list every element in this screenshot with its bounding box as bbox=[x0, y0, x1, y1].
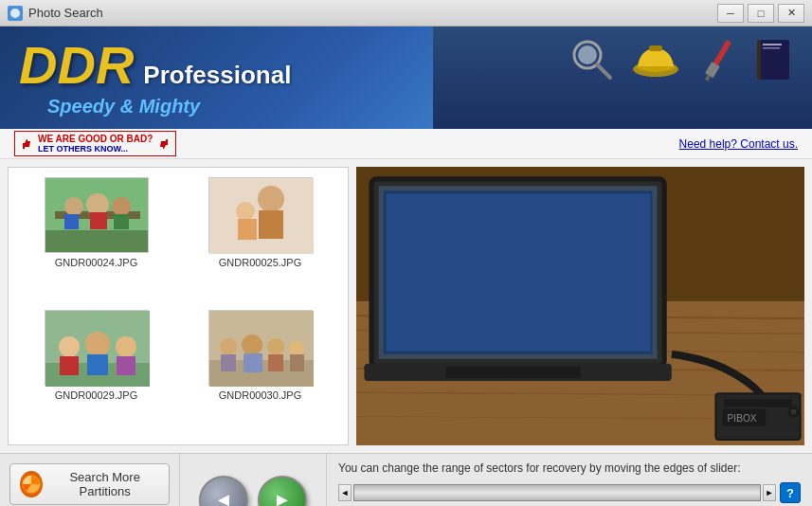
svg-line-3 bbox=[597, 64, 610, 78]
preview-panel: PIBOX bbox=[356, 167, 804, 445]
professional-text: Professional bbox=[143, 61, 291, 90]
svg-point-40 bbox=[289, 341, 304, 356]
window-title: Photo Search bbox=[28, 6, 103, 20]
svg-rect-19 bbox=[64, 214, 79, 229]
svg-rect-43 bbox=[268, 354, 283, 371]
svg-rect-21 bbox=[114, 214, 129, 229]
svg-point-31 bbox=[116, 336, 136, 357]
svg-point-37 bbox=[220, 338, 237, 355]
slider-right-arrow[interactable]: ► bbox=[763, 484, 776, 501]
gallery-panel: GNDR00024.JPG GNDR00025.JPG bbox=[8, 167, 349, 445]
maximize-button[interactable]: □ bbox=[748, 4, 774, 23]
svg-point-23 bbox=[258, 186, 284, 212]
thumbnail-image bbox=[208, 177, 313, 253]
svg-rect-33 bbox=[87, 354, 108, 375]
nav-buttons: ◄ ► bbox=[180, 454, 327, 506]
thumbnail-image bbox=[208, 310, 313, 386]
search-partitions-label: Search More Partitions bbox=[50, 470, 159, 498]
search-partitions-button[interactable]: Search More Partitions bbox=[9, 463, 170, 505]
list-item[interactable]: GNDR00025.JPG bbox=[182, 177, 338, 302]
ddr-text: DDR bbox=[19, 39, 134, 92]
svg-point-29 bbox=[59, 336, 80, 357]
thumbnail-image bbox=[45, 310, 149, 386]
app-icon bbox=[8, 6, 23, 21]
svg-point-65 bbox=[791, 408, 797, 414]
svg-rect-12 bbox=[763, 47, 780, 49]
play-button[interactable]: ► bbox=[258, 476, 307, 507]
header-icons bbox=[568, 36, 793, 83]
svg-point-0 bbox=[10, 9, 20, 18]
svg-rect-63 bbox=[725, 399, 792, 407]
svg-rect-5 bbox=[649, 45, 662, 51]
svg-point-24 bbox=[236, 202, 255, 221]
need-help-link[interactable]: Need help? Contact us. bbox=[679, 137, 798, 151]
svg-rect-32 bbox=[60, 356, 79, 375]
svg-rect-10 bbox=[761, 40, 789, 80]
main-content: GNDR00024.JPG GNDR00025.JPG bbox=[0, 159, 812, 453]
svg-rect-34 bbox=[117, 356, 135, 375]
thumbnail-label: GNDR00029.JPG bbox=[55, 389, 137, 401]
window-controls: ─ □ ✕ bbox=[717, 4, 804, 23]
close-button[interactable]: ✕ bbox=[778, 4, 804, 23]
svg-point-18 bbox=[112, 197, 131, 216]
we-are-good-text: WE ARE GOOD OR BAD? bbox=[38, 134, 153, 144]
svg-rect-44 bbox=[290, 354, 304, 371]
svg-rect-25 bbox=[259, 210, 283, 239]
svg-point-2 bbox=[578, 45, 597, 64]
thumbnail-image bbox=[45, 177, 149, 253]
list-item[interactable]: GNDR00030.JPG bbox=[182, 310, 338, 435]
title-bar: Photo Search ─ □ ✕ bbox=[0, 0, 812, 27]
list-item[interactable]: GNDR00029.JPG bbox=[18, 310, 174, 435]
svg-rect-58 bbox=[387, 193, 651, 351]
back-icon: ◄ bbox=[214, 489, 233, 506]
svg-point-39 bbox=[267, 338, 284, 355]
helmet-icon bbox=[630, 36, 682, 83]
title-bar-left: Photo Search bbox=[8, 6, 103, 21]
svg-text:PIBOX: PIBOX bbox=[728, 413, 757, 424]
header-banner: DDR Professional Speedy & Mighty bbox=[0, 27, 812, 129]
list-item[interactable]: GNDR00024.JPG bbox=[18, 177, 174, 302]
screwdriver-icon bbox=[688, 28, 749, 91]
slider-track[interactable] bbox=[353, 484, 761, 501]
minimize-button[interactable]: ─ bbox=[717, 4, 744, 23]
partition-icon bbox=[20, 471, 43, 497]
svg-rect-26 bbox=[238, 219, 257, 240]
thumbs-icon bbox=[21, 137, 34, 151]
thumbnail-label: GNDR00025.JPG bbox=[219, 257, 301, 268]
svg-rect-20 bbox=[90, 212, 107, 229]
back-button[interactable]: ◄ bbox=[199, 476, 248, 507]
svg-point-38 bbox=[242, 334, 262, 355]
slider-row: ◄ ► ? bbox=[338, 482, 801, 503]
help-button[interactable]: ? bbox=[780, 482, 801, 503]
ddr-logo: DDR Professional Speedy & Mighty bbox=[19, 39, 291, 117]
need-help-bar: WE ARE GOOD OR BAD? LET OTHERS KNOW... N… bbox=[0, 129, 812, 159]
svg-rect-6 bbox=[713, 40, 731, 67]
svg-point-16 bbox=[64, 197, 83, 216]
svg-point-30 bbox=[85, 332, 110, 356]
thumbnail-label: GNDR00030.JPG bbox=[219, 389, 301, 401]
speedy-text: Speedy & Mighty bbox=[47, 96, 291, 117]
magnifier-icon bbox=[568, 36, 616, 83]
slider-left-arrow[interactable]: ◄ bbox=[338, 484, 352, 501]
svg-rect-14 bbox=[45, 230, 149, 253]
gallery-scroll[interactable]: GNDR00024.JPG GNDR00025.JPG bbox=[9, 168, 348, 444]
svg-rect-41 bbox=[221, 354, 236, 371]
action-buttons: Search More Partitions Refresh List bbox=[0, 454, 180, 506]
thumbs-down-icon bbox=[156, 137, 170, 151]
bottom-controls: Search More Partitions Refresh List ◄ ► … bbox=[0, 453, 812, 506]
preview-scene-svg: PIBOX bbox=[356, 167, 804, 445]
svg-rect-60 bbox=[446, 367, 581, 378]
play-icon: ► bbox=[273, 489, 292, 506]
thumbnail-label: GNDR00024.JPG bbox=[55, 257, 137, 268]
sector-description: You can change the range of sectors for … bbox=[338, 461, 801, 475]
svg-rect-42 bbox=[244, 353, 262, 372]
book-icon bbox=[753, 36, 793, 83]
feedback-badge[interactable]: WE ARE GOOD OR BAD? LET OTHERS KNOW... bbox=[14, 131, 176, 156]
let-others-text: LET OTHERS KNOW... bbox=[38, 144, 153, 154]
slider-container: ◄ ► bbox=[338, 484, 776, 501]
sector-controls: You can change the range of sectors for … bbox=[327, 454, 812, 506]
svg-rect-11 bbox=[763, 44, 782, 45]
